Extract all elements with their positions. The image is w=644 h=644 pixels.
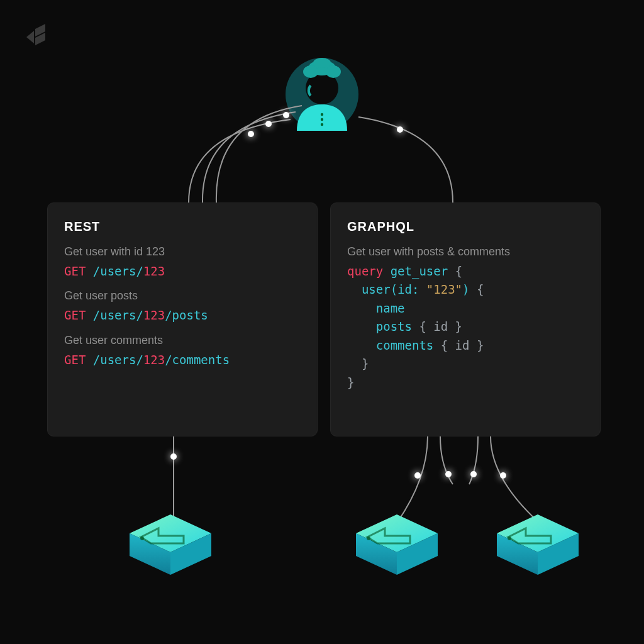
svg-point-18 <box>445 471 452 477</box>
svg-point-24 <box>140 536 144 540</box>
svg-point-16 <box>170 453 177 460</box>
diagram-root: { "rest": { "title": "REST", "items": [ … <box>0 0 644 644</box>
server-cube-icon <box>350 509 444 585</box>
svg-point-32 <box>508 536 511 540</box>
server-cube-icon <box>123 509 218 585</box>
svg-point-20 <box>500 472 506 479</box>
svg-point-19 <box>470 471 477 477</box>
svg-point-28 <box>367 536 370 540</box>
svg-point-17 <box>414 472 421 479</box>
server-cube-icon <box>491 509 585 585</box>
